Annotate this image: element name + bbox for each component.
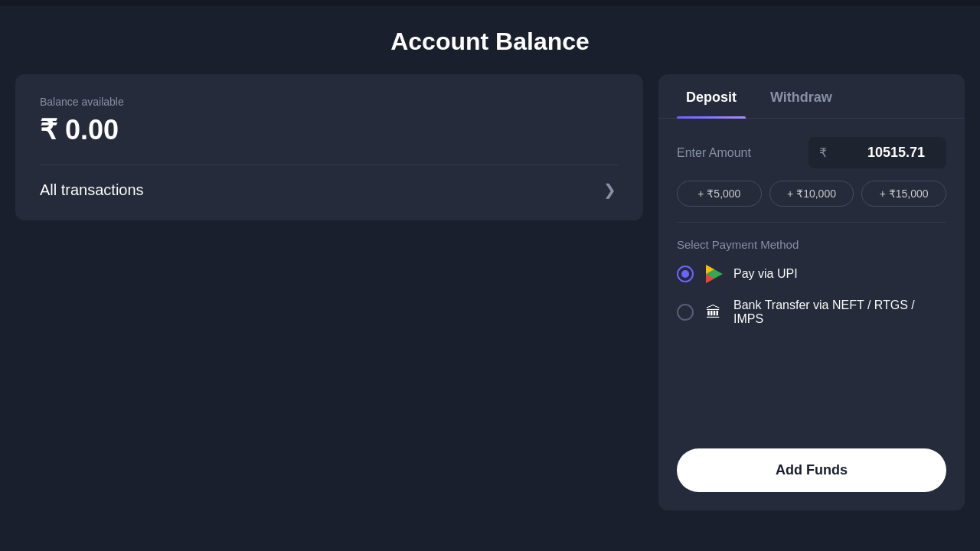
- card-divider: [40, 165, 619, 165]
- tab-deposit[interactable]: Deposit: [677, 74, 746, 118]
- chevron-right-icon: ❯: [600, 181, 619, 199]
- quick-amount-10000[interactable]: + ₹10,000: [769, 181, 854, 207]
- upi-icon: [703, 263, 724, 285]
- right-panel-inner: Deposit Withdraw Enter Amount ₹ + ₹5,000…: [658, 74, 965, 510]
- form-area: Enter Amount ₹ + ₹5,000 + ₹10,000 + ₹15,…: [658, 119, 965, 340]
- payment-option-upi[interactable]: Pay via UPI: [677, 263, 946, 285]
- main-content: Balance available ₹ 0.00 All transaction…: [0, 74, 980, 510]
- add-funds-wrapper: Add Funds: [658, 433, 965, 510]
- quick-amount-15000[interactable]: + ₹15,000: [861, 181, 946, 207]
- payment-option-bank[interactable]: 🏛 Bank Transfer via NEFT / RTGS / IMPS: [677, 298, 946, 326]
- tabs-container: Deposit Withdraw: [658, 74, 965, 119]
- spacer: [658, 340, 965, 433]
- tab-withdraw[interactable]: Withdraw: [761, 74, 841, 118]
- balance-card: Balance available ₹ 0.00 All transaction…: [15, 74, 643, 220]
- transactions-label: All transactions: [40, 181, 144, 199]
- right-panel: Deposit Withdraw Enter Amount ₹ + ₹5,000…: [658, 74, 965, 510]
- balance-label: Balance available: [40, 96, 619, 108]
- balance-amount: ₹ 0.00: [40, 114, 619, 146]
- add-funds-button[interactable]: Add Funds: [677, 448, 946, 492]
- all-transactions-row[interactable]: All transactions ❯: [40, 181, 619, 199]
- page-title: Account Balance: [0, 28, 980, 56]
- top-bar: [0, 0, 980, 6]
- upi-label: Pay via UPI: [733, 267, 798, 281]
- amount-input-wrapper: ₹: [808, 137, 946, 168]
- amount-row: Enter Amount ₹: [677, 137, 946, 168]
- quick-amounts-container: + ₹5,000 + ₹10,000 + ₹15,000: [677, 181, 946, 207]
- bank-label: Bank Transfer via NEFT / RTGS / IMPS: [733, 298, 946, 326]
- bank-icon: 🏛: [703, 302, 724, 323]
- amount-input[interactable]: [833, 145, 925, 161]
- section-divider: [677, 222, 946, 223]
- currency-symbol: ₹: [819, 145, 827, 160]
- quick-amount-5000[interactable]: + ₹5,000: [677, 181, 762, 207]
- amount-label: Enter Amount: [677, 146, 751, 160]
- payment-section-label: Select Payment Method: [677, 238, 946, 251]
- radio-upi[interactable]: [677, 266, 694, 282]
- radio-upi-inner: [681, 270, 689, 278]
- left-panel: Balance available ₹ 0.00 All transaction…: [15, 74, 643, 510]
- radio-bank[interactable]: [677, 304, 694, 321]
- page-header: Account Balance: [0, 6, 980, 74]
